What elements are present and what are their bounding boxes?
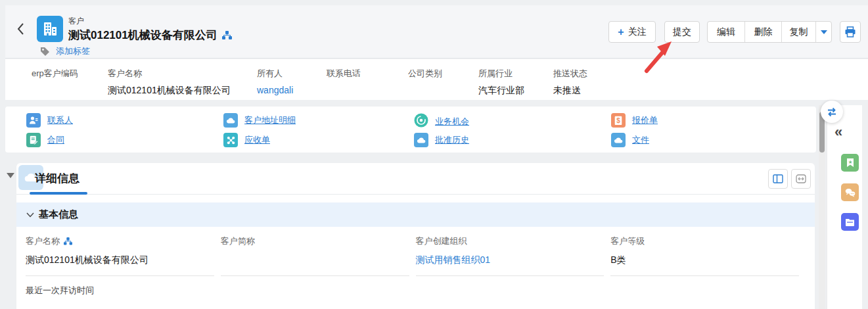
push-status-value: 未推送 [553, 85, 672, 97]
related-link-receivables[interactable]: 应收单 [223, 133, 270, 147]
page-header: 客户 测试012101机械设备有限公司 添加标签 + 关注 提交 编辑 删除 复… [5, 5, 868, 59]
opportunity-icon [414, 113, 428, 130]
edit-button[interactable]: 编辑 [708, 22, 744, 42]
collapse-sidebar-button[interactable]: « [834, 124, 841, 141]
page-title: 测试012101机械设备有限公司 [68, 28, 217, 43]
related-link-files[interactable]: 文件 [611, 133, 649, 147]
toggle-layout-button[interactable] [821, 101, 843, 123]
edit-button-label: 编辑 [717, 26, 735, 38]
customer-name-value: 测试012101机械设备有限公司 [26, 254, 214, 266]
folder-icon [845, 218, 855, 226]
cloud-icon [223, 113, 238, 128]
building-icon [42, 21, 58, 37]
plus-icon: + [618, 28, 624, 37]
field-label: 客户名称 [26, 235, 60, 247]
basic-info-row-1: 客户名称 测试012101机械设备有限公司 客户简称 客户创建组织 测试用销售组… [16, 227, 815, 276]
field-label: 联系电话 [327, 68, 408, 80]
svg-text:★: ★ [848, 159, 852, 165]
related-objects-card: 联系人 客户地址明细 业务机会 $ 报价单 合同 [5, 107, 816, 153]
delete-button[interactable]: 删除 [744, 22, 781, 42]
detail-tab-header: 详细信息 [16, 163, 815, 195]
chat-bubbles-icon [845, 188, 856, 197]
field-label: 所有人 [257, 68, 327, 80]
org-hierarchy-icon[interactable] [64, 237, 72, 245]
field-label: 推送状态 [553, 68, 672, 80]
layout-view-button[interactable] [768, 169, 788, 189]
submit-button-label: 提交 [673, 26, 691, 38]
action-button-group: 编辑 删除 复制 [707, 21, 832, 43]
right-sidebar [827, 105, 862, 309]
field-value [408, 85, 478, 96]
related-link-label: 报价单 [632, 114, 658, 126]
related-link-quotes[interactable]: $ 报价单 [611, 113, 658, 128]
related-link-label: 业务机会 [435, 116, 469, 128]
bookmark-star-icon: ★ [846, 158, 855, 168]
chevron-down-icon [26, 212, 34, 218]
related-link-opportunities[interactable]: 业务机会 [414, 113, 469, 130]
horizontal-resize-icon [796, 174, 806, 183]
related-link-label: 文件 [632, 134, 649, 146]
customer-grade-value: B类 [610, 254, 799, 266]
add-tag-link[interactable]: 添加标签 [56, 45, 90, 57]
field-label: 客户简称 [221, 235, 255, 247]
entity-type-label: 客户 [68, 16, 232, 26]
field-label: 客户名称 [108, 68, 257, 80]
quote-document-icon: $ [611, 113, 626, 128]
field-value: 测试012101机械设备有限公司 [108, 85, 257, 97]
customer-short-name-value [221, 254, 409, 266]
section-title: 基本信息 [39, 208, 78, 221]
contact-icon [26, 113, 41, 128]
cloud-icon [414, 133, 428, 147]
expand-width-button[interactable] [791, 169, 811, 189]
receivable-network-icon [223, 133, 238, 147]
cloud-icon [611, 133, 626, 147]
field-label: 所属行业 [478, 68, 553, 80]
back-button[interactable] [17, 22, 25, 38]
related-link-label: 合同 [47, 134, 64, 146]
owner-link[interactable]: wangdali [257, 85, 327, 96]
more-actions-dropdown[interactable] [815, 22, 831, 42]
bookmark-panel-button[interactable]: ★ [841, 154, 859, 172]
related-link-contacts[interactable]: 联系人 [26, 113, 73, 128]
swap-arrows-icon [827, 107, 837, 117]
related-link-contracts[interactable]: 合同 [26, 133, 64, 147]
chat-panel-button[interactable] [841, 183, 859, 201]
field-value: 汽车行业部 [478, 85, 553, 97]
related-link-label: 批准历史 [435, 134, 469, 146]
copy-button-label: 复制 [790, 26, 808, 38]
creating-org-link[interactable]: 测试用销售组织01 [416, 254, 605, 266]
delete-button-label: 删除 [754, 26, 773, 38]
detail-card: 详细信息 基本信息 客户名称 测试012101机械设备有限公司 [16, 163, 815, 309]
print-button[interactable] [840, 21, 861, 43]
summary-field-strip: erp客户编码 客户名称 测试012101机械设备有限公司 所有人 wangda… [5, 59, 868, 100]
header-titles: 客户 测试012101机械设备有限公司 [68, 16, 232, 43]
chevron-left-icon [17, 22, 25, 36]
copy-button[interactable]: 复制 [781, 22, 815, 42]
active-tab-indicator [30, 192, 87, 195]
related-link-label: 应收单 [244, 134, 270, 146]
contract-icon [26, 133, 41, 147]
related-link-label: 联系人 [47, 114, 73, 126]
related-link-approval-history[interactable]: 批准历史 [414, 133, 469, 147]
layout-columns-icon [773, 174, 783, 183]
tab-detail-info[interactable]: 详细信息 [35, 171, 80, 186]
collapse-detail-toggle[interactable] [7, 173, 14, 178]
related-link-label: 客户地址明细 [244, 114, 296, 126]
submit-button[interactable]: 提交 [664, 21, 700, 43]
field-label: 最近一次拜访时间 [26, 285, 94, 297]
field-label: 客户等级 [610, 235, 645, 247]
customer-entity-icon [37, 16, 63, 42]
printer-icon [844, 26, 856, 37]
section-basic-info[interactable]: 基本信息 [16, 202, 815, 227]
customer-detail-page: 客户 测试012101机械设备有限公司 添加标签 + 关注 提交 编辑 删除 复… [0, 0, 868, 309]
follow-button-label: 关注 [628, 26, 647, 38]
svg-text:$: $ [616, 117, 620, 124]
field-label: 客户创建组织 [416, 235, 467, 247]
tag-icon [40, 47, 50, 57]
follow-button[interactable]: + 关注 [608, 21, 656, 43]
basic-info-row-2: 最近一次拜访时间 [16, 276, 815, 297]
org-hierarchy-icon[interactable] [222, 31, 232, 39]
related-link-addresses[interactable]: 客户地址明细 [223, 113, 296, 128]
field-label: erp客户编码 [32, 68, 108, 80]
files-panel-button[interactable] [841, 213, 859, 231]
